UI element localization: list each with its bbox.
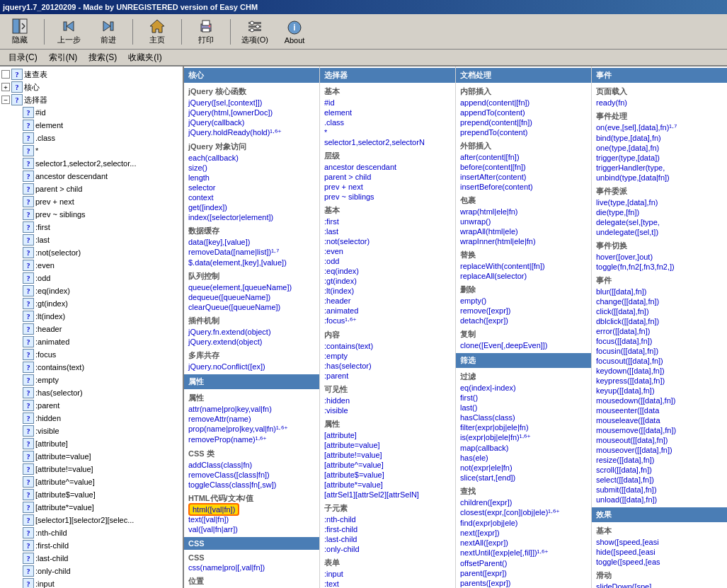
col-link-item[interactable]: :last-child: [320, 534, 455, 544]
col-link-item[interactable]: ancestor descendant: [320, 162, 455, 172]
col-link-item[interactable]: mousedown([[data],fn]): [592, 396, 727, 405]
tree-item[interactable]: ?:focus: [1, 348, 181, 361]
tree-item[interactable]: ?parent > child: [1, 183, 181, 195]
col-link-item[interactable]: mouseleave([[data: [592, 415, 727, 425]
tree-item[interactable]: ?:has(selector): [1, 386, 181, 399]
col-link-item[interactable]: .class: [320, 117, 455, 127]
tree-item[interactable]: ?*: [1, 144, 181, 157]
col-link-item[interactable]: select([[data],fn]): [592, 475, 727, 485]
col-link-item[interactable]: focus([[data],fn]): [592, 336, 727, 346]
tree-item[interactable]: ?ancestor descendant: [1, 170, 181, 183]
col-link-item[interactable]: [attribute*=value]: [320, 480, 455, 490]
col-link-item[interactable]: hide([speed,[easi: [592, 547, 727, 557]
col-link-item[interactable]: addClass(class|fn): [184, 460, 319, 470]
about-button[interactable]: i About: [277, 16, 311, 47]
col-link-item[interactable]: removeData([name|list])¹·⁷: [184, 247, 319, 258]
col-link-item[interactable]: not(expr|ele|fn): [456, 463, 591, 473]
col-link-item[interactable]: text([val|fn]): [184, 514, 319, 524]
tree-item[interactable]: ?.class: [1, 132, 181, 144]
col-link-item[interactable]: focusin([[data],fn]): [592, 346, 727, 356]
col-link-item[interactable]: :animated: [320, 306, 455, 316]
tree-item[interactable]: ?:odd: [1, 272, 181, 284]
tree-item[interactable]: ?:parent: [1, 399, 181, 412]
col-link-item[interactable]: hasClass(class): [456, 413, 591, 422]
col-link-item[interactable]: empty(): [456, 296, 591, 306]
col-link-item[interactable]: clearQueue([queueName]): [184, 302, 319, 312]
tree-item[interactable]: ?:visible: [1, 425, 181, 437]
col-link-item[interactable]: undelegate([sel,t]): [592, 227, 727, 237]
col-link-item[interactable]: index([selector|element]): [184, 212, 319, 222]
col-link-item[interactable]: context: [184, 192, 319, 202]
col-link-item[interactable]: length: [184, 173, 319, 183]
tree-item[interactable]: ?[selector1][selector2][selec...: [1, 514, 181, 526]
tree-item[interactable]: ?element: [1, 119, 181, 132]
col-link-item[interactable]: nextUntil([exp|ele[,fil]])¹·⁶⁺: [456, 548, 591, 558]
col-link-item[interactable]: selector: [184, 183, 319, 192]
col-link-item[interactable]: jQuery([sel,[context]]): [184, 98, 319, 108]
col-link-item[interactable]: mouseout([[data],fn]): [592, 435, 727, 445]
col-link-item[interactable]: :eq(index): [320, 266, 455, 276]
tree-item[interactable]: ?:only-child: [1, 565, 181, 577]
tree-item[interactable]: ?:last-child: [1, 552, 181, 565]
col-link-item[interactable]: filter(expr|obj|ele|fn): [456, 422, 591, 432]
tree-item[interactable]: ?:last: [1, 234, 181, 246]
col-link-item[interactable]: parent > child: [320, 172, 455, 182]
col-link-item[interactable]: replaceAll(selector): [456, 271, 591, 281]
col-link-item[interactable]: last(): [456, 403, 591, 413]
col-link-item[interactable]: live(type,[data],fn): [592, 197, 727, 207]
tree-item[interactable]: ?:first: [1, 221, 181, 234]
col-link-item[interactable]: :visible: [320, 405, 455, 415]
col-link-item[interactable]: mouseenter([[data: [592, 405, 727, 415]
col-link-item[interactable]: nextAll([expr]): [456, 538, 591, 548]
col-link-item[interactable]: mousemove([[data],fn]): [592, 425, 727, 435]
col-link-item[interactable]: :gt(index): [320, 276, 455, 286]
tree-item[interactable]: ?[attribute^=value]: [1, 475, 181, 488]
col-link-item[interactable]: [attribute=value]: [320, 440, 455, 450]
col-link-item[interactable]: submit([[data],fn]): [592, 485, 727, 495]
col-link-item[interactable]: parents([expr]): [456, 578, 591, 588]
tree-item[interactable]: ?:gt(index): [1, 297, 181, 310]
col-link-item[interactable]: val([val|fn|arr]): [184, 524, 319, 534]
col-link-item[interactable]: append(content|[fn]): [456, 98, 591, 108]
col-link-item[interactable]: focusout([[data],fn]): [592, 356, 727, 366]
col-link-item[interactable]: eq(index|-index): [456, 383, 591, 393]
col-link-item[interactable]: #id: [320, 98, 455, 108]
col-link-item[interactable]: die(type,[fn]): [592, 207, 727, 217]
col-link-item[interactable]: css(name|pro|[,val|fn]): [184, 563, 319, 572]
col-link-item[interactable]: has(ele): [456, 453, 591, 463]
col-link-item[interactable]: data([key],[value]): [184, 237, 319, 247]
tab-contents[interactable]: 目录(C): [3, 50, 43, 65]
col-link-item[interactable]: children([expr]): [456, 497, 591, 507]
col-link-item[interactable]: each(callback): [184, 153, 319, 163]
col-link-item[interactable]: attr(name|pro|key,val|fn): [184, 404, 319, 414]
col-link-item[interactable]: :only-child: [320, 544, 455, 554]
tree-item[interactable]: ?:animated: [1, 335, 181, 348]
col-link-item[interactable]: element: [320, 108, 455, 117]
col-link-item[interactable]: :hidden: [320, 396, 455, 405]
col-link-item[interactable]: toggleClass(class|fn[,sw]): [184, 480, 319, 490]
col-link-item[interactable]: :focus¹·⁶⁺: [320, 316, 455, 326]
col-link-item[interactable]: removeAttr(name): [184, 414, 319, 424]
col-link-item[interactable]: removeClass([class|fn]): [184, 470, 319, 480]
col-link-item[interactable]: toggle([speed,[eas: [592, 557, 727, 567]
col-link-item[interactable]: appendTo(content): [456, 108, 591, 117]
col-link-item[interactable]: keydown([[data],fn]): [592, 366, 727, 376]
col-link-item[interactable]: replaceWith(content|[fn]): [456, 261, 591, 271]
tree-item[interactable]: ?:first-child: [1, 539, 181, 552]
col-link-item[interactable]: show([speed,[easi: [592, 537, 727, 547]
col-link-item[interactable]: mouseover([[data],fn]): [592, 445, 727, 455]
col-link-item[interactable]: first(): [456, 393, 591, 403]
col-link-item[interactable]: prop(name|pro|key,val|fn)¹·⁶⁺: [184, 424, 319, 434]
col-link-item[interactable]: prepend(content|[fn]): [456, 117, 591, 127]
tree-item[interactable]: ?selector1,selector2,selector...: [1, 157, 181, 170]
col-link-item[interactable]: remove([expr]): [456, 306, 591, 316]
tree-item[interactable]: ?速查表: [1, 68, 181, 81]
col-link-item[interactable]: change([[data],fn]): [592, 296, 727, 306]
col-link-item[interactable]: :even: [320, 246, 455, 256]
col-link-item[interactable]: [attribute^=value]: [320, 460, 455, 470]
tree-item[interactable]: ?:lt(index): [1, 310, 181, 323]
col-link-item[interactable]: prev + next: [320, 182, 455, 192]
home-button[interactable]: 主页: [140, 16, 174, 47]
col-link-item[interactable]: before(content|[fn]): [456, 162, 591, 172]
col-link-item[interactable]: $.data(element,[key],[value]): [184, 258, 319, 267]
